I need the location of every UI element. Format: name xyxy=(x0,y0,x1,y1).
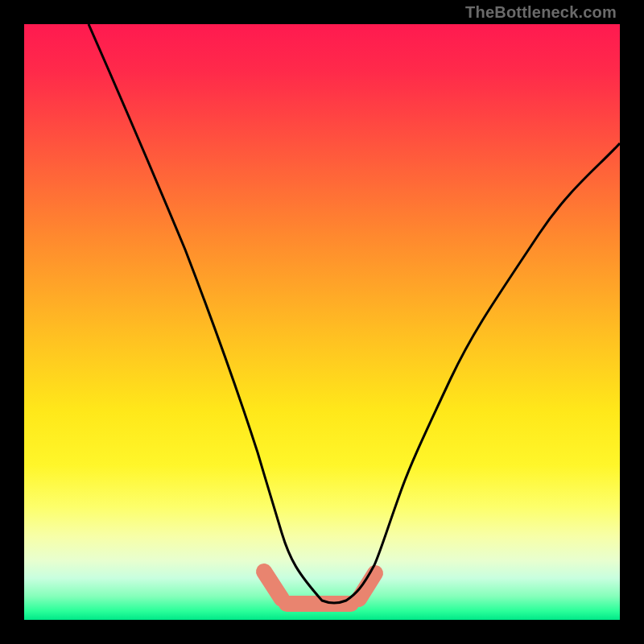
watermark-text: TheBottleneck.com xyxy=(465,3,617,22)
highlight-seg-1 xyxy=(264,572,282,599)
chart-frame: TheBottleneck.com xyxy=(0,0,644,644)
plot-area xyxy=(24,24,620,620)
curve-layer xyxy=(24,24,620,620)
bottleneck-curve xyxy=(89,24,620,603)
